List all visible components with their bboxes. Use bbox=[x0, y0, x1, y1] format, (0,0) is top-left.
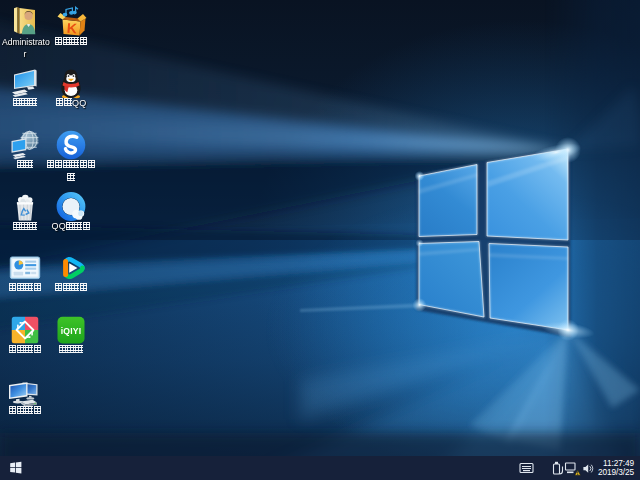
svg-text:K: K bbox=[66, 20, 77, 37]
svg-text:iQIYI: iQIYI bbox=[61, 325, 82, 335]
